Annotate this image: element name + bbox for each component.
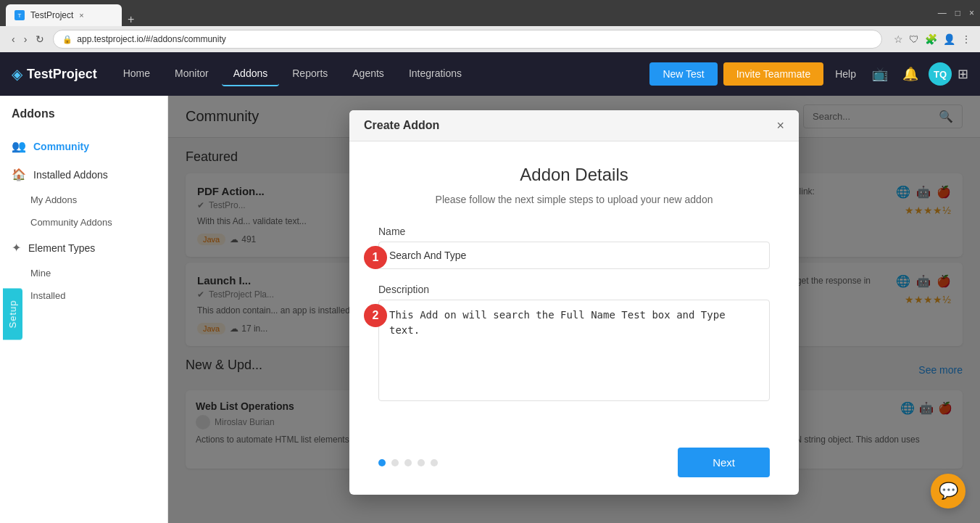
form-group-name: 1 Name [378, 226, 770, 269]
sidebar-item-installed[interactable]: Installed [0, 284, 167, 307]
sidebar-item-community[interactable]: 👥 Community [0, 132, 167, 160]
chat-button[interactable]: 💬 [931, 474, 966, 508]
sidebar-community-label: Community [33, 141, 89, 152]
new-tab-button[interactable]: + [122, 13, 140, 26]
sidebar-item-mine[interactable]: Mine [0, 262, 167, 284]
main-container: Addons 👥 Community 🏠 Installed Addons My… [0, 96, 980, 523]
notification-icon[interactable]: 🔔 [898, 66, 923, 82]
sidebar-item-community-addons[interactable]: Community Addons [0, 211, 167, 234]
favicon: T [14, 10, 25, 20]
new-test-button[interactable]: New Test [649, 62, 717, 86]
account-icon[interactable]: 👤 [943, 33, 955, 45]
menu-icon[interactable]: ⋮ [961, 33, 971, 45]
address-bar-right: ☆ 🛡 🧩 👤 ⋮ [894, 33, 971, 45]
url-bar[interactable]: 🔒 app.testproject.io/#/addons/community [53, 30, 882, 49]
monitor-icon[interactable]: 📺 [868, 66, 892, 82]
header-actions: New Test Invite Teammate Help 📺 🔔 TQ ⊞ [649, 62, 968, 86]
extension-icon-1[interactable]: 🛡 [909, 33, 919, 45]
address-bar: ‹ › ↻ 🔒 app.testproject.io/#/addons/comm… [0, 26, 980, 52]
nav-integrations[interactable]: Integrations [397, 62, 473, 86]
nav-home[interactable]: Home [112, 62, 162, 86]
logo-icon: ◈ [12, 65, 22, 83]
step-dot-2 [391, 459, 399, 466]
setup-label: Setup [7, 300, 18, 328]
sidebar-element-types-label: Element Types [28, 242, 95, 254]
window-close[interactable]: × [969, 8, 974, 18]
dialog-main-title: Addon Details [378, 165, 770, 185]
reload-button[interactable]: ↻ [33, 32, 47, 46]
bookmark-icon[interactable]: ☆ [894, 33, 903, 45]
dialog-footer: Next [349, 436, 799, 495]
stepper-dots [378, 459, 438, 466]
step-dot-3 [404, 459, 412, 466]
security-icon: 🔒 [62, 35, 72, 44]
sidebar-mine-label: Mine [30, 268, 51, 279]
name-label: Name [378, 226, 770, 237]
sidebar-item-element-types[interactable]: ✦ Element Types [0, 234, 167, 262]
sidebar-item-my-addons[interactable]: My Addons [0, 189, 167, 211]
step-dot-5 [431, 459, 438, 466]
sidebar-installed-label: Installed [30, 290, 65, 301]
element-types-icon: ✦ [12, 241, 21, 255]
browser-chrome: T TestProject × + — □ × [0, 0, 980, 26]
tab-close-button[interactable]: × [79, 11, 83, 20]
setup-tab[interactable]: Setup [3, 288, 22, 339]
name-input[interactable] [378, 242, 770, 269]
sidebar-community-addons-label: Community Addons [30, 217, 112, 228]
step-badge-1: 1 [364, 246, 387, 269]
sidebar-title: Addons [0, 107, 167, 132]
browser-tabs: T TestProject × + [6, 0, 140, 26]
sidebar: Addons 👥 Community 🏠 Installed Addons My… [0, 96, 168, 523]
app-header: ◈ TestProject Home Monitor Addons Report… [0, 52, 980, 96]
invite-teammate-button[interactable]: Invite Teammate [723, 62, 823, 86]
nav-links: Home Monitor Addons Reports Agents Integ… [112, 62, 650, 86]
logo-text: TestProject [27, 67, 97, 82]
dialog-close-button[interactable]: × [776, 119, 784, 132]
tab-title: TestProject [30, 10, 73, 20]
dialog-subtitle: Please follow the next simple steps to u… [378, 194, 770, 205]
nav-buttons: ‹ › ↻ [9, 32, 47, 46]
form-group-description: 2 Description This Add on will search th… [378, 284, 770, 404]
back-button[interactable]: ‹ [9, 32, 18, 46]
nav-reports[interactable]: Reports [281, 62, 339, 86]
create-addon-dialog: Create Addon × Addon Details Please foll… [349, 110, 799, 495]
sidebar-my-addons-label: My Addons [30, 194, 77, 205]
community-icon: 👥 [12, 139, 26, 153]
nav-addons[interactable]: Addons [222, 62, 279, 86]
next-button[interactable]: Next [678, 448, 770, 477]
description-label: Description [378, 284, 770, 295]
home-icon: 🏠 [12, 168, 26, 181]
dialog-body: Addon Details Please follow the next sim… [349, 141, 799, 436]
window-minimize[interactable]: — [938, 8, 947, 18]
dialog-header-title: Create Addon [364, 119, 439, 132]
modal-overlay: Create Addon × Addon Details Please foll… [168, 96, 980, 523]
url-text: app.testproject.io/#/addons/community [77, 34, 225, 44]
content-area: Community + Create Addon 🔍 Featured PDF … [168, 96, 980, 523]
step-badge-2: 2 [364, 304, 387, 327]
sidebar-installed-addons-label: Installed Addons [33, 169, 108, 181]
step-dot-4 [418, 459, 425, 466]
dialog-header: Create Addon × [349, 110, 799, 141]
step-dot-1 [378, 459, 386, 466]
nav-agents[interactable]: Agents [341, 62, 396, 86]
grid-menu-icon[interactable]: ⊞ [958, 66, 968, 82]
help-link[interactable]: Help [829, 68, 862, 80]
window-controls: — □ × [938, 8, 974, 18]
extension-icon-2[interactable]: 🧩 [925, 33, 937, 45]
browser-tab-active[interactable]: T TestProject × [6, 4, 122, 26]
logo: ◈ TestProject [12, 65, 97, 83]
nav-monitor[interactable]: Monitor [163, 62, 220, 86]
description-textarea[interactable]: This Add on will search the Full Name Te… [378, 300, 770, 401]
window-maximize[interactable]: □ [955, 8, 960, 18]
sidebar-item-installed-addons[interactable]: 🏠 Installed Addons [0, 160, 167, 189]
user-avatar[interactable]: TQ [929, 62, 952, 86]
forward-button[interactable]: › [21, 32, 30, 46]
chat-icon: 💬 [939, 482, 958, 501]
